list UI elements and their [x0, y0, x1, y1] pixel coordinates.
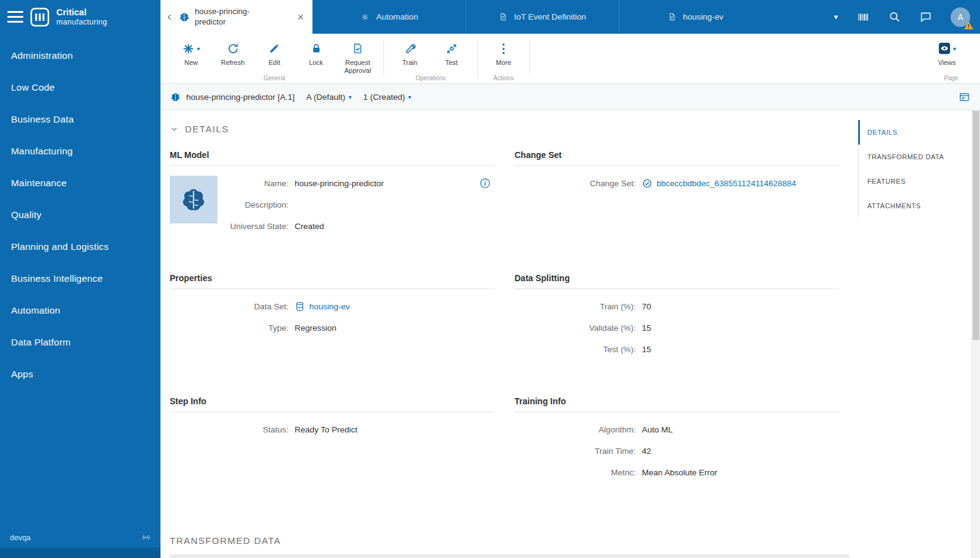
sidebar-item-planning-and-logistics[interactable]: Planning and Logistics [0, 231, 160, 263]
broadcast-icon[interactable] [141, 533, 151, 542]
toolbar: ▾ New Refresh Edit Lock Request Ap [160, 34, 980, 84]
section-title: Training Info [514, 396, 840, 412]
views-button[interactable]: ▾ Views [926, 39, 968, 74]
avatar-initial: A [957, 12, 963, 22]
toolbar-separator [477, 40, 478, 77]
caret-down-icon: ▾ [197, 45, 200, 52]
document-icon [668, 12, 677, 21]
anchor-nav: DETAILS TRANSFORMED DATA FEATURES ATTACH… [858, 120, 965, 218]
info-icon[interactable] [479, 177, 491, 189]
sidebar-item-business-data[interactable]: Business Data [0, 104, 160, 135]
tab-bar: house-princing-predictor × Automation Io… [160, 0, 980, 34]
brain-icon [170, 92, 181, 102]
version-value: A (Default) [306, 92, 345, 102]
field-change-set: Change Set: bbceccbdbdec_638551124114628… [514, 176, 840, 190]
version-selector[interactable]: A (Default) ▾ [306, 92, 352, 102]
edit-button[interactable]: Edit [254, 39, 295, 67]
details-header-label: DETAILS [185, 124, 229, 134]
document-check-icon [352, 42, 364, 55]
tab-overflow-caret-icon[interactable]: ▾ [834, 12, 838, 21]
scrollbar-thumb[interactable] [973, 111, 979, 340]
chevron-down-icon [170, 124, 179, 134]
sidebar-item-low-code[interactable]: Low Code [0, 72, 160, 104]
data-set-link[interactable]: housing-ev [309, 302, 350, 311]
environment-label: devqa [10, 533, 31, 542]
sidebar-item-automation[interactable]: Automation [0, 295, 160, 326]
field-universal-state: Universal State: Created [217, 219, 495, 233]
barcode-scan-icon[interactable] [856, 10, 870, 24]
tab-label: housing-ev [683, 12, 723, 21]
section-title: Change Set [514, 150, 840, 166]
section-title: Step Info [170, 396, 495, 412]
search-icon[interactable] [888, 10, 901, 23]
test-button[interactable]: Test [431, 39, 472, 67]
chat-icon[interactable] [919, 10, 932, 23]
anchor-details[interactable]: DETAILS [858, 120, 965, 145]
brain-icon [179, 186, 208, 214]
toolbar-group-general: ▾ New Refresh Edit Lock Request Ap [167, 34, 382, 83]
field-type: Type: Regression [170, 320, 495, 335]
change-set-link[interactable]: bbceccbdbdec_638551124114628884 [657, 179, 796, 188]
gear-icon [360, 12, 370, 22]
critical-manufacturing-logo-icon [30, 7, 50, 27]
chevron-left-icon[interactable] [165, 13, 174, 21]
hamburger-menu-icon[interactable] [7, 9, 23, 25]
main-area: house-princing-predictor × Automation Io… [160, 0, 980, 558]
close-tab-icon[interactable]: × [295, 10, 306, 24]
toolbar-group-label: Page [922, 75, 980, 81]
transformed-data-header: TRANSFORMED DATA [170, 535, 980, 546]
vertical-scrollbar[interactable] [971, 110, 980, 558]
tab-label: IoT Event Definition [514, 12, 586, 21]
section-training-info: Training Info Algorithm: Auto ML Train T… [514, 396, 840, 486]
section-title: Properties [170, 273, 495, 289]
eye-views-icon [938, 42, 951, 55]
new-button[interactable]: ▾ New [170, 39, 212, 67]
sidebar-item-administration[interactable]: Administration [0, 40, 160, 72]
caret-down-icon: ▾ [408, 94, 411, 100]
field-validate-percent: Validate (%): 15 [514, 320, 840, 335]
tab-iot-event-definition[interactable]: IoT Event Definition [466, 0, 619, 34]
toolbar-group-operations: Train Test Operations [385, 34, 476, 83]
section-step-info: Step Info Status: Ready To Predict [170, 396, 495, 486]
active-tab-title[interactable]: house-princing-predictor [195, 7, 267, 27]
more-vertical-icon: ⋮ [497, 42, 510, 55]
tab-automation[interactable]: Automation [312, 0, 466, 34]
toolbar-group-label: General [167, 75, 382, 81]
brand-line2: manufacturing [56, 18, 107, 26]
section-data-splitting: Data Splitting Train (%): 70 Validate (%… [514, 273, 840, 363]
check-circle-icon [642, 178, 652, 189]
refresh-button[interactable]: Refresh [212, 39, 254, 67]
section-title: Data Splitting [514, 273, 840, 289]
revision-selector[interactable]: 1 (Created) ▾ [363, 92, 411, 102]
sidebar-item-apps[interactable]: Apps [0, 358, 160, 390]
field-train-time: Train Time: 42 [514, 443, 840, 458]
anchor-transformed-data[interactable]: TRANSFORMED DATA [858, 145, 965, 169]
field-train-percent: Train (%): 70 [514, 299, 840, 314]
request-approval-button[interactable]: Request Approval [337, 39, 379, 75]
section-properties: Properties Data Set: housing-ev [170, 273, 495, 363]
tools-icon [404, 42, 417, 55]
active-tab[interactable]: house-princing-predictor × [160, 0, 312, 34]
avatar[interactable]: A [951, 7, 970, 27]
toolbar-group-label: Operations [385, 75, 476, 81]
train-button[interactable]: Train [389, 39, 431, 67]
toolbar-separator [529, 40, 530, 77]
sidebar-item-data-platform[interactable]: Data Platform [0, 326, 160, 358]
sidebar-item-quality[interactable]: Quality [0, 199, 160, 231]
anchor-features[interactable]: FEATURES [858, 169, 965, 194]
brain-icon [179, 12, 190, 23]
brand-name: Critical manufacturing [56, 7, 107, 26]
field-status: Status: Ready To Predict [170, 422, 495, 437]
field-algorithm: Algorithm: Auto ML [514, 422, 840, 437]
more-button[interactable]: ⋮ More [483, 39, 524, 67]
sidebar-item-manufacturing[interactable]: Manufacturing [0, 135, 160, 167]
breadcrumb: house-princing-predictor [A.1] A (Defaul… [160, 84, 980, 110]
page-content: DETAILS ML Model Name: [160, 110, 980, 558]
lock-button[interactable]: Lock [295, 39, 337, 67]
panel-view-icon[interactable] [959, 91, 970, 103]
sidebar-item-business-intelligence[interactable]: Business Intelligence [0, 263, 160, 295]
details-collapse-header[interactable]: DETAILS [170, 124, 229, 134]
sidebar-item-maintenance[interactable]: Maintenance [0, 167, 160, 199]
anchor-attachments[interactable]: ATTACHMENTS [858, 194, 965, 218]
tab-housing-ev[interactable]: housing-ev [619, 0, 772, 34]
